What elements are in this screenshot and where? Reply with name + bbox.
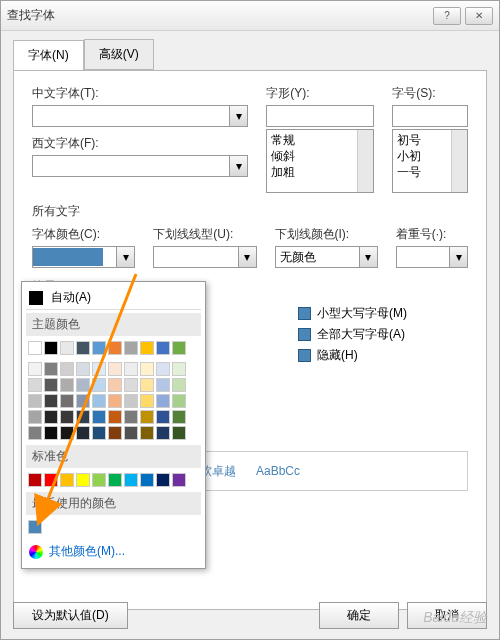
color-swatch[interactable] [172,378,186,392]
color-swatch[interactable] [76,341,90,355]
color-swatch[interactable] [76,410,90,424]
color-swatch[interactable] [108,410,122,424]
color-swatch[interactable] [140,378,154,392]
ultype-combo[interactable]: ▾ [153,246,256,268]
color-swatch[interactable] [172,410,186,424]
color-swatch[interactable] [60,362,74,376]
color-swatch[interactable] [124,473,138,487]
color-swatch[interactable] [172,473,186,487]
color-swatch[interactable] [44,410,58,424]
chevron-down-icon: ▾ [449,247,467,267]
color-swatch[interactable] [156,410,170,424]
auto-color-row[interactable]: 自动(A) [26,286,201,310]
color-swatch[interactable] [60,394,74,408]
fontcolor-combo[interactable]: ▾ [32,246,135,268]
set-default-button[interactable]: 设为默认值(D) [13,602,128,629]
help-button[interactable]: ? [433,7,461,25]
color-swatch[interactable] [92,394,106,408]
color-swatch[interactable] [44,362,58,376]
style-input[interactable] [266,105,374,127]
emphasis-combo[interactable]: ▾ [396,246,468,268]
color-swatch[interactable] [140,426,154,440]
color-swatch[interactable] [44,394,58,408]
color-swatch[interactable] [140,394,154,408]
color-swatch[interactable] [124,378,138,392]
color-swatch[interactable] [124,426,138,440]
check-smallcaps[interactable]: 小型大写字母(M) [298,305,468,322]
color-swatch[interactable] [92,426,106,440]
color-swatch[interactable] [156,362,170,376]
close-button[interactable]: ✕ [465,7,493,25]
color-swatch[interactable] [92,410,106,424]
color-swatch[interactable] [44,378,58,392]
color-swatch[interactable] [44,341,58,355]
color-swatch[interactable] [108,378,122,392]
color-swatch[interactable] [140,362,154,376]
scrollbar[interactable] [357,130,373,192]
tab-advanced[interactable]: 高级(V) [84,39,154,70]
color-swatch[interactable] [92,473,106,487]
color-swatch[interactable] [124,341,138,355]
color-swatch[interactable] [44,426,58,440]
color-swatch[interactable] [172,341,186,355]
color-swatch[interactable] [156,378,170,392]
color-swatch[interactable] [108,362,122,376]
color-swatch[interactable] [108,473,122,487]
color-swatch[interactable] [156,473,170,487]
westfont-combo[interactable]: ▾ [32,155,248,177]
theme-palette [26,339,201,357]
label-ultype: 下划线线型(U): [153,226,256,243]
color-swatch[interactable] [60,341,74,355]
color-swatch[interactable] [108,341,122,355]
color-swatch[interactable] [92,341,106,355]
cnfont-combo[interactable]: ▾ [32,105,248,127]
color-swatch[interactable] [28,341,42,355]
color-swatch[interactable] [156,394,170,408]
color-swatch[interactable] [44,473,58,487]
color-swatch[interactable] [28,362,42,376]
color-swatch[interactable] [172,362,186,376]
checkbox-icon [298,307,311,320]
color-swatch[interactable] [60,410,74,424]
color-swatch[interactable] [28,410,42,424]
color-swatch[interactable] [124,410,138,424]
color-swatch[interactable] [124,394,138,408]
color-swatch[interactable] [76,426,90,440]
color-swatch[interactable] [140,410,154,424]
color-swatch[interactable] [28,394,42,408]
style-list[interactable]: 常规 倾斜 加粗 [266,129,374,193]
tab-font[interactable]: 字体(N) [13,40,84,71]
color-swatch[interactable] [108,394,122,408]
color-swatch[interactable] [172,394,186,408]
color-swatch[interactable] [92,378,106,392]
color-swatch[interactable] [108,426,122,440]
ok-button[interactable]: 确定 [319,602,399,629]
color-swatch[interactable] [28,473,42,487]
color-swatch[interactable] [60,473,74,487]
color-swatch[interactable] [156,426,170,440]
color-swatch[interactable] [60,378,74,392]
color-swatch[interactable] [28,520,42,534]
size-list[interactable]: 初号 小初 一号 [392,129,468,193]
check-hidden[interactable]: 隐藏(H) [298,347,468,364]
color-swatch[interactable] [76,394,90,408]
color-swatch[interactable] [124,362,138,376]
color-swatch[interactable] [76,378,90,392]
color-swatch[interactable] [28,426,42,440]
standard-palette [26,471,201,489]
color-swatch[interactable] [140,341,154,355]
color-swatch[interactable] [172,426,186,440]
color-swatch[interactable] [140,473,154,487]
color-swatch[interactable] [60,426,74,440]
chevron-down-icon: ▾ [229,106,247,126]
color-swatch[interactable] [92,362,106,376]
check-allcaps[interactable]: 全部大写字母(A) [298,326,468,343]
color-swatch[interactable] [76,473,90,487]
color-swatch[interactable] [28,378,42,392]
scrollbar[interactable] [451,130,467,192]
ulcolor-combo[interactable]: 无颜色▾ [275,246,378,268]
more-colors-row[interactable]: 其他颜色(M)... [26,539,201,564]
color-swatch[interactable] [76,362,90,376]
color-swatch[interactable] [156,341,170,355]
size-input[interactable] [392,105,468,127]
